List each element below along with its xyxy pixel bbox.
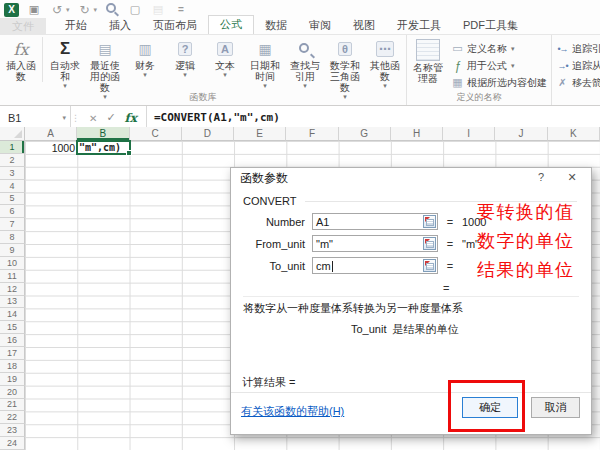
- confirm-entry-icon[interactable]: [106, 111, 115, 124]
- qat-button[interactable]: [104, 2, 120, 17]
- undo-icon: [49, 2, 65, 17]
- sigma-icon: [54, 39, 76, 59]
- row-header[interactable]: 6: [0, 205, 25, 218]
- row-header[interactable]: 5: [0, 193, 25, 206]
- row-header[interactable]: 24: [0, 437, 25, 450]
- text-icon: [214, 39, 236, 59]
- row-header[interactable]: 14: [0, 308, 25, 321]
- row-header[interactable]: 1: [0, 141, 25, 154]
- row-header[interactable]: 22: [0, 411, 25, 424]
- column-header[interactable]: J: [495, 127, 547, 141]
- defined-names-item[interactable]: 定义名称: [448, 40, 550, 57]
- qat-button[interactable]: [127, 2, 143, 17]
- button-label: 数学和三角函数: [327, 60, 363, 93]
- cancel-button[interactable]: 取消: [531, 397, 580, 418]
- name-manager-button[interactable]: 名称管理器: [408, 37, 448, 84]
- insert-function-icon[interactable]: [125, 111, 137, 125]
- row-header[interactable]: 16: [0, 334, 25, 347]
- row-header[interactable]: 4: [0, 180, 25, 193]
- argument-input[interactable]: cm: [312, 257, 438, 274]
- column-header[interactable]: A: [25, 127, 77, 141]
- column-header[interactable]: G: [339, 127, 391, 141]
- auditing-item[interactable]: 追踪从属单元格: [553, 57, 600, 74]
- column-header[interactable]: I: [443, 127, 495, 141]
- formula-input[interactable]: =CONVERT(A1,"m",cm): [147, 106, 600, 129]
- trace-dependents-icon: [556, 59, 569, 72]
- row-header[interactable]: 11: [0, 270, 25, 283]
- ribbon-tab[interactable]: 开发工具: [386, 17, 452, 34]
- auditing-item[interactable]: 移去箭头: [553, 74, 600, 91]
- ribbon-tab[interactable]: 开始: [54, 17, 98, 34]
- ribbon-tab[interactable]: 公式: [208, 15, 254, 34]
- qat-button[interactable]: [150, 2, 166, 17]
- item-label: 用于公式: [467, 59, 507, 73]
- row-header[interactable]: 15: [0, 321, 25, 334]
- ribbon-tab[interactable]: 插入: [98, 17, 142, 34]
- tab-file[interactable]: 文件: [0, 18, 46, 34]
- select-all-corner[interactable]: [0, 127, 25, 141]
- column-header[interactable]: K: [548, 127, 600, 141]
- row-header[interactable]: 21: [0, 399, 25, 412]
- annotation-note-line: 结果的单位: [477, 256, 575, 285]
- row-header[interactable]: 20: [0, 386, 25, 399]
- row-header[interactable]: 19: [0, 373, 25, 386]
- button-label: 逻辑: [175, 60, 195, 71]
- lookup-icon: [294, 39, 316, 59]
- column-header[interactable]: C: [130, 127, 182, 141]
- formula-bar-buttons: [80, 106, 147, 129]
- formula-result-label: 计算结果 =: [242, 375, 295, 390]
- ribbon-tab[interactable]: 页面布局: [142, 17, 208, 34]
- cell-a1[interactable]: 1000: [25, 142, 78, 154]
- annotation-notes: 要转换的值数字的单位结果的单位: [477, 198, 575, 285]
- ribbon-tab[interactable]: 数据: [254, 17, 298, 34]
- auditing-item[interactable]: 追踪引用单元格: [553, 40, 600, 57]
- redo-icon: [77, 2, 93, 17]
- recent-icon: [94, 39, 116, 59]
- name-box[interactable]: B1: [0, 106, 71, 129]
- ribbon-tab[interactable]: 审阅: [298, 17, 342, 34]
- defined-names-item[interactable]: 根据所选内容创建: [448, 74, 550, 91]
- dialog-close-button[interactable]: ✕: [562, 171, 582, 187]
- column-header[interactable]: B: [77, 127, 129, 141]
- save-icon: [26, 2, 42, 17]
- row-headers: 123456789101112131415161718192021222324: [0, 141, 25, 450]
- row-header[interactable]: 2: [0, 154, 25, 167]
- column-header[interactable]: H: [391, 127, 443, 141]
- row-header[interactable]: 3: [0, 167, 25, 180]
- column-header[interactable]: E: [234, 127, 286, 141]
- button-label: 查找与引用: [287, 60, 323, 82]
- row-header[interactable]: 7: [0, 218, 25, 231]
- row-header[interactable]: 8: [0, 231, 25, 244]
- dialog-help-button[interactable]: ?: [531, 171, 551, 187]
- qat-button[interactable]: [4, 2, 19, 17]
- row-header[interactable]: 9: [0, 244, 25, 257]
- formula-bar-handle: [71, 106, 80, 129]
- row-header[interactable]: 10: [0, 257, 25, 270]
- argument-input[interactable]: A1: [312, 213, 438, 230]
- ribbon-tab[interactable]: PDF工具集: [452, 17, 529, 34]
- argument-label: Number: [243, 216, 312, 228]
- collapse-dialog-icon[interactable]: [423, 215, 436, 228]
- excel-window: 文件 开始插入页面布局公式数据审阅视图开发工具PDF工具集 插入函数 自动求和 …: [0, 0, 600, 450]
- collapse-dialog-icon[interactable]: [423, 259, 436, 272]
- row-header[interactable]: 17: [0, 347, 25, 360]
- button-label: 自动求和: [47, 60, 83, 82]
- row-header[interactable]: 12: [0, 283, 25, 296]
- ribbon-tab[interactable]: 视图: [342, 17, 386, 34]
- button-label: 文本: [215, 60, 235, 71]
- cancel-entry-icon[interactable]: [89, 112, 97, 124]
- argument-input[interactable]: "m": [312, 235, 438, 252]
- function-help-link[interactable]: 有关该函数的帮助(H): [241, 404, 344, 419]
- cell-b1-editing[interactable]: "m",cm): [76, 140, 131, 155]
- column-header[interactable]: F: [286, 127, 338, 141]
- collapse-dialog-icon[interactable]: [423, 237, 436, 250]
- row-header[interactable]: 23: [0, 424, 25, 437]
- preview-icon: [104, 2, 120, 17]
- qat-button[interactable]: [173, 2, 189, 17]
- defined-names-item[interactable]: 用于公式: [448, 57, 550, 74]
- qat-button[interactable]: [26, 2, 42, 17]
- row-header[interactable]: 18: [0, 360, 25, 373]
- row-header[interactable]: 13: [0, 296, 25, 309]
- column-header[interactable]: D: [182, 127, 234, 141]
- insert-function-button[interactable]: 插入函数: [1, 37, 43, 82]
